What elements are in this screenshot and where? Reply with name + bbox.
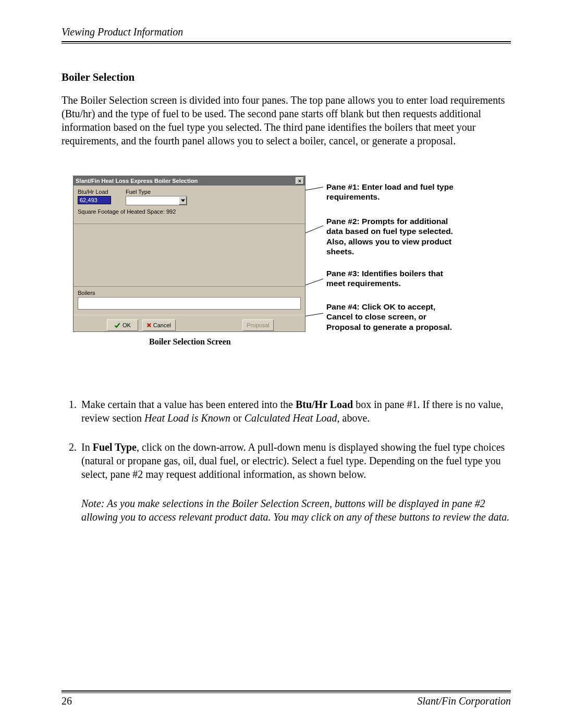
footer: 26 Slant/Fin Corporation [62,690,511,707]
header-rule-2 [62,43,511,44]
step-1-italic-1: Heat Load is Known [144,412,230,424]
figure-caption: Boiler Selection Screen [149,337,231,347]
check-icon [114,322,120,328]
step-2-bold: Fuel Type [93,441,137,453]
section-heading: Boiler Selection [62,71,511,84]
boilers-listbox[interactable] [78,297,301,310]
annotation-pane-3: Pane #3: Identifies boilers that meet re… [326,268,462,289]
proposal-button[interactable]: Proposal [242,319,274,331]
step-1: Make certain that a value has been enter… [79,398,511,425]
step-1-bold: Btu/Hr Load [296,399,353,410]
dialog-title: Slant/Fin Heat Loss Express Boiler Selec… [76,178,198,184]
annotation-pane-1: Pane #1: Enter load and fuel type requir… [326,182,462,202]
ok-button-label: OK [123,322,131,328]
page-number: 26 [62,695,72,707]
cancel-button[interactable]: Cancel [142,319,176,331]
footer-rule-1 [62,690,511,692]
close-icon: × [298,178,301,184]
svg-line-2 [305,279,323,285]
svg-marker-4 [181,200,185,202]
pane-2 [74,224,305,287]
svg-line-0 [305,187,323,190]
pane-3: Boilers [74,287,305,315]
intro-paragraph: The Boiler Selection screen is divided i… [62,93,511,147]
note-paragraph: Note: As you make selections in the Boil… [81,497,511,524]
step-1-italic-2: Calculated Heat Load [244,412,337,424]
ok-button[interactable]: OK [107,319,138,331]
boiler-selection-dialog: Slant/Fin Heat Loss Express Boiler Selec… [73,176,305,332]
steps: Make certain that a value has been enter… [62,398,511,524]
footer-corporation: Slant/Fin Corporation [418,695,511,707]
dropdown-arrow-button[interactable] [179,196,187,205]
square-footage-text: Square Footage of Heated Space: 992 [78,208,176,215]
boilers-label: Boilers [78,290,95,296]
x-icon [147,323,151,328]
cancel-button-label: Cancel [153,322,171,328]
step-2-text-c: , click on the down-arrow. A pull-down m… [81,441,505,480]
step-2-text-a: In [81,441,93,453]
pane-4: OK Cancel Proposal [74,315,305,334]
header-rule-1 [62,41,511,42]
chevron-down-icon [181,199,185,202]
dialog-titlebar: Slant/Fin Heat Loss Express Boiler Selec… [74,176,305,186]
proposal-button-label: Proposal [247,322,269,328]
page-header: Viewing Product Information [62,26,511,38]
figure-area: Slant/Fin Heat Loss Express Boiler Selec… [62,176,511,363]
pane-1: Btu/Hr Load 62,493 Fuel Type Square Foot… [74,186,305,224]
step-1-text-g: , above. [337,412,370,424]
step-1-text-e: or [230,412,244,424]
btu-load-input[interactable]: 62,493 [78,196,111,204]
annotation-pane-2: Pane #2: Prompts for additional data bas… [326,216,462,257]
btu-load-label: Btu/Hr Load [78,189,108,195]
step-1-text-a: Make certain that a value has been enter… [81,399,296,410]
annotation-pane-4: Pane #4: Click OK to accept, Cancel to c… [326,302,462,332]
fuel-type-label: Fuel Type [126,189,151,195]
footer-rule-2 [62,693,511,693]
step-2: In Fuel Type, click on the down-arrow. A… [79,440,511,481]
fuel-type-select[interactable] [126,196,187,205]
close-button[interactable]: × [296,177,304,184]
